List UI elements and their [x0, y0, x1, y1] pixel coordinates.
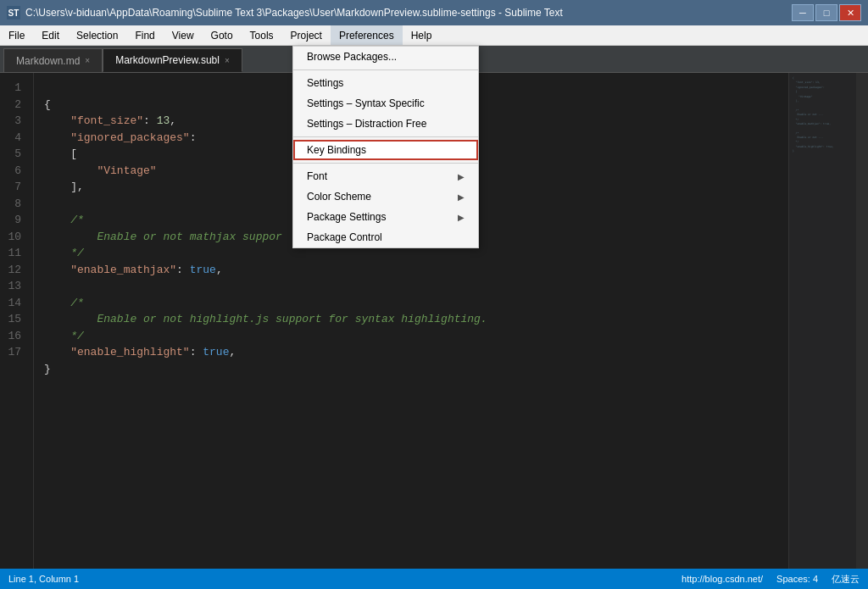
- menu-help[interactable]: Help: [403, 25, 441, 45]
- status-bar: Line 1, Column 1 http://blog.csdn.net/ S…: [0, 569, 868, 589]
- menu-separator: [293, 163, 478, 164]
- submenu-arrow-icon: ▶: [458, 213, 465, 222]
- menu-color-scheme[interactable]: Color Scheme ▶: [293, 186, 478, 207]
- menu-key-bindings[interactable]: Key Bindings: [293, 140, 478, 160]
- menu-view[interactable]: View: [164, 25, 203, 45]
- tab-close-icon[interactable]: ×: [85, 56, 90, 65]
- menu-find[interactable]: Find: [126, 25, 163, 45]
- menu-separator: [293, 69, 478, 70]
- menu-bar: File Edit Selection Find View Goto Tools…: [0, 25, 868, 46]
- line-num: 4: [0, 130, 26, 147]
- line-num: 15: [0, 311, 26, 328]
- menu-settings-syntax[interactable]: Settings – Syntax Specific: [293, 93, 478, 114]
- menu-file[interactable]: File: [0, 25, 33, 45]
- menu-project[interactable]: Project: [282, 25, 331, 45]
- tab-close-icon[interactable]: ×: [225, 56, 230, 65]
- menu-package-control[interactable]: Package Control: [293, 227, 478, 247]
- menu-package-settings[interactable]: Package Settings ▶: [293, 207, 478, 227]
- cursor-position: Line 1, Column 1: [8, 574, 79, 584]
- menu-selection[interactable]: Selection: [68, 25, 126, 45]
- submenu-arrow-icon: ▶: [458, 172, 465, 181]
- menu-tools[interactable]: Tools: [242, 25, 282, 45]
- status-right: http://blog.csdn.net/ Spaces: 4 亿速云: [682, 573, 860, 586]
- menu-preferences[interactable]: Preferences: [331, 25, 403, 45]
- window-title: C:\Users\v-biduan\AppData\Roaming\Sublim…: [25, 7, 563, 19]
- line-num: 16: [0, 328, 26, 345]
- submenu-arrow-icon: ▶: [458, 192, 465, 202]
- menu-font[interactable]: Font ▶: [293, 166, 478, 186]
- menu-settings-distraction[interactable]: Settings – Distraction Free: [293, 114, 478, 134]
- title-bar-left: ST C:\Users\v-biduan\AppData\Roaming\Sub…: [7, 6, 563, 19]
- blog-url: http://blog.csdn.net/: [682, 574, 763, 584]
- line-numbers: 1 2 3 4 5 6 7 8 9 10 11 12 13 14 15 16 1…: [0, 73, 34, 569]
- menu-goto[interactable]: Goto: [203, 25, 242, 45]
- app-icon: ST: [7, 6, 20, 19]
- tab-label: Markdown.md: [16, 55, 80, 67]
- line-num: 3: [0, 113, 26, 130]
- tab-markdownpreview[interactable]: MarkdownPreview.subl ×: [103, 48, 242, 72]
- line-num: 7: [0, 179, 26, 196]
- window-controls[interactable]: ─ □ ✕: [792, 4, 861, 21]
- line-num: 14: [0, 295, 26, 312]
- maximize-button[interactable]: □: [815, 4, 837, 21]
- tab-label: MarkdownPreview.subl: [115, 54, 220, 66]
- brand-logo: 亿速云: [832, 573, 860, 586]
- title-bar: ST C:\Users\v-biduan\AppData\Roaming\Sub…: [0, 0, 868, 25]
- line-num: 1: [0, 80, 26, 97]
- close-button[interactable]: ✕: [839, 4, 861, 21]
- line-num: 11: [0, 245, 26, 262]
- minimap: { "font_size": 13, "ignored_packages": […: [788, 73, 856, 569]
- menu-browse-packages[interactable]: Browse Packages...: [293, 47, 478, 67]
- line-num: 12: [0, 262, 26, 279]
- spaces-indicator: Spaces: 4: [776, 574, 818, 584]
- line-num: 6: [0, 163, 26, 180]
- line-num: 10: [0, 229, 26, 246]
- line-num: 2: [0, 97, 26, 114]
- line-num: 13: [0, 278, 26, 295]
- line-num: 5: [0, 146, 26, 163]
- menu-separator: [293, 136, 478, 137]
- line-num: 9: [0, 212, 26, 229]
- line-num: 17: [0, 344, 26, 361]
- scrollbar[interactable]: [856, 73, 868, 569]
- minimize-button[interactable]: ─: [792, 4, 814, 21]
- menu-edit[interactable]: Edit: [33, 25, 68, 45]
- tab-markdown[interactable]: Markdown.md ×: [3, 48, 103, 72]
- line-num: 8: [0, 196, 26, 213]
- menu-settings[interactable]: Settings: [293, 73, 478, 93]
- preferences-dropdown: Browse Packages... Settings Settings – S…: [292, 46, 479, 248]
